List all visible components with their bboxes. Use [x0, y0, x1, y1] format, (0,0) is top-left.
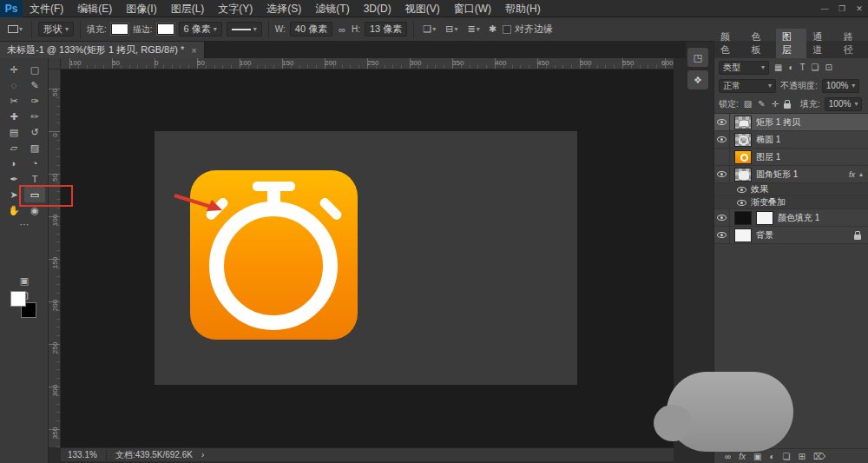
tab-layers[interactable]: 图层 [776, 29, 806, 58]
lasso-tool[interactable]: ◌ [3, 77, 24, 93]
menu-file[interactable]: 文件(F) [23, 0, 70, 17]
gradient-overlay-row[interactable]: 渐变叠加 [714, 196, 868, 209]
layer-row-background[interactable]: 背景 [714, 227, 868, 244]
close-button[interactable]: ✕ [851, 0, 868, 17]
menu-layer[interactable]: 图层(L) [164, 0, 212, 17]
gradient-tool[interactable]: ▨ [24, 140, 45, 155]
fill-opacity-select[interactable]: 100%▾ [825, 97, 863, 111]
layer-thumbnail[interactable] [734, 133, 752, 147]
tab-close-icon[interactable]: × [191, 45, 196, 56]
dock-panel-icon-1[interactable]: ◳ [687, 48, 708, 67]
stroke-type-select[interactable]: ▾ [227, 22, 262, 36]
adjustment-layer-icon[interactable]: ◐ [769, 452, 774, 461]
stroke-swatch[interactable] [157, 23, 174, 35]
path-alignment-button[interactable]: ⊟▾ [443, 23, 460, 36]
status-expander-icon[interactable]: › [201, 450, 204, 460]
new-group-icon[interactable]: ❏ [782, 452, 790, 461]
filter-shape-layers-icon[interactable]: ❏ [811, 63, 820, 72]
visibility-toggle[interactable] [714, 209, 730, 226]
shape-mode-select[interactable]: 形状▾ [38, 22, 74, 36]
link-layers-icon[interactable]: ∞ [725, 452, 731, 461]
spot-healing-brush-tool[interactable]: ✚ [3, 109, 24, 124]
filter-type-layers-icon[interactable]: T [799, 63, 806, 72]
layer-row-layer1[interactable]: 图层 1 [714, 149, 868, 166]
add-mask-icon[interactable]: ▣ [753, 452, 761, 461]
dodge-tool[interactable]: ◔ [24, 155, 45, 171]
ruler-vertical[interactable]: 50 0 50 100 150 200 250 300 350 [49, 69, 61, 447]
quick-mask-icon[interactable]: ▣ [0, 275, 49, 287]
menu-window[interactable]: 窗口(W) [447, 0, 498, 17]
document-tab[interactable]: 未标题-1 @ 133%(矩形 1 拷贝, RGB/8#) * × [0, 42, 205, 58]
clone-stamp-tool[interactable]: ▤ [3, 124, 24, 140]
canvas-pasteboard[interactable] [61, 69, 674, 447]
edit-toolbar-icon[interactable]: ⋯ [0, 219, 49, 230]
rectangular-marquee-tool[interactable]: ▢ [24, 62, 45, 77]
visibility-toggle[interactable] [714, 149, 730, 165]
visibility-toggle[interactable] [714, 131, 730, 148]
minimize-button[interactable]: — [816, 0, 833, 17]
tool-preset-picker[interactable]: ▾ [5, 24, 25, 34]
new-layer-icon[interactable]: ⊞ [798, 452, 805, 461]
menu-help[interactable]: 帮助(H) [498, 0, 548, 17]
zoom-level-field[interactable]: 133.1% [68, 450, 97, 460]
fill-swatch[interactable] [111, 23, 128, 35]
menu-edit[interactable]: 编辑(E) [70, 0, 119, 17]
eye-icon[interactable] [737, 187, 746, 193]
tab-channels[interactable]: 通道 [806, 29, 837, 58]
dock-panel-icon-2[interactable]: ❖ [687, 70, 708, 89]
menu-image[interactable]: 图像(I) [119, 0, 163, 17]
tab-swatches[interactable]: 色板 [745, 29, 775, 58]
visibility-toggle[interactable] [714, 227, 730, 243]
align-edges-checkbox[interactable]: 对齐边缘 [503, 23, 553, 36]
filter-adjustment-layers-icon[interactable]: ◐ [787, 63, 794, 72]
filter-type-select[interactable]: 类型▾ [719, 61, 769, 75]
effects-collapse-icon[interactable]: ▴ [859, 170, 863, 178]
lock-position-icon[interactable]: ✛ [771, 99, 779, 109]
layer-row-rectangle-copy[interactable]: 矩形 1 拷贝 [714, 114, 868, 131]
layer-mask-thumbnail[interactable] [756, 211, 773, 225]
menu-filter[interactable]: 滤镜(T) [308, 0, 356, 17]
move-tool[interactable]: ✛ [3, 62, 24, 77]
height-field[interactable]: 13 像素 [365, 22, 407, 36]
blend-mode-select[interactable]: 正常▾ [719, 79, 776, 93]
width-field[interactable]: 40 像素 [290, 22, 332, 36]
layer-effects-badge[interactable]: fx [849, 170, 855, 179]
ruler-horizontal[interactable]: 100 50 0 50 100 150 200 250 300 350 400 … [61, 58, 674, 69]
restore-button[interactable]: ❐ [833, 0, 851, 17]
history-brush-tool[interactable]: ↺ [24, 124, 45, 140]
crop-tool[interactable]: ✂ [3, 93, 24, 109]
delete-layer-icon[interactable]: ⌦ [813, 452, 825, 461]
menu-select[interactable]: 选择(S) [260, 0, 308, 17]
filter-smart-objects-icon[interactable]: ⊡ [825, 63, 833, 72]
path-arrange-button[interactable]: ≣▾ [464, 23, 482, 36]
layer-thumbnail[interactable] [734, 228, 752, 242]
eye-icon[interactable] [737, 200, 746, 206]
lock-pixels-icon[interactable]: ✎ [757, 99, 766, 109]
eyedropper-tool[interactable]: ✑ [24, 93, 45, 109]
layer-thumbnail[interactable] [734, 168, 752, 182]
menu-3d[interactable]: 3D(D) [357, 0, 398, 17]
layer-thumbnail[interactable] [734, 150, 752, 164]
menu-view[interactable]: 视图(V) [398, 0, 447, 17]
eraser-tool[interactable]: ▱ [3, 140, 24, 155]
path-operations-button[interactable]: ❏▾ [420, 23, 438, 36]
brush-tool[interactable]: ✏ [24, 109, 45, 124]
tab-color[interactable]: 颜色 [714, 29, 745, 58]
filter-pixel-layers-icon[interactable]: ▦ [773, 63, 783, 72]
document-canvas[interactable] [155, 131, 577, 385]
visibility-toggle[interactable] [714, 166, 730, 182]
tab-paths[interactable]: 路径 [838, 29, 868, 58]
lock-transparent-icon[interactable]: ▨ [743, 99, 753, 109]
lock-all-icon[interactable] [784, 103, 791, 109]
gear-icon[interactable]: ✱ [487, 23, 498, 35]
opacity-select[interactable]: 100%▾ [822, 79, 860, 93]
layer-style-icon[interactable]: fx [739, 452, 746, 461]
layer-row-ellipse[interactable]: 椭圆 1 [714, 131, 868, 149]
layer-row-color-fill[interactable]: 颜色填充 1 [714, 209, 868, 227]
foreground-color-swatch[interactable] [10, 291, 26, 307]
stroke-width-field[interactable]: 6 像素▾ [179, 22, 222, 36]
fill-layer-thumbnail[interactable] [734, 211, 752, 225]
quick-selection-tool[interactable]: ✎ [24, 77, 45, 93]
layer-row-rounded-rectangle[interactable]: 圆角矩形 1 fx ▴ [714, 166, 868, 183]
blur-tool[interactable]: ◗ [3, 155, 24, 171]
